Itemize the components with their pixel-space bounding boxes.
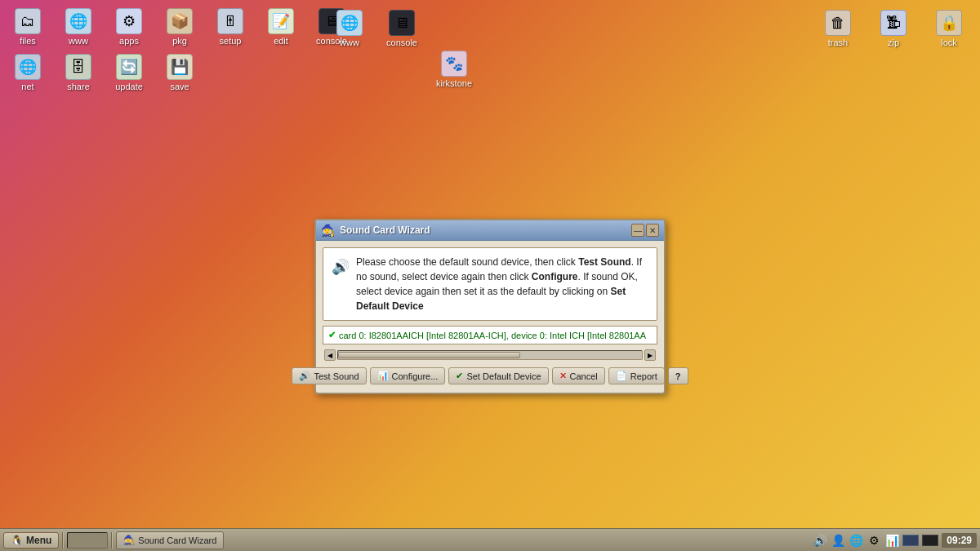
desktop-icon-www[interactable]: 🌐 www xyxy=(54,5,103,50)
scrollbar-left-arrow[interactable]: ◀ xyxy=(324,349,336,361)
desktop-icon-edit[interactable]: 📝 edit xyxy=(256,5,305,50)
tray-user-icon[interactable]: 👤 xyxy=(831,533,845,548)
desktop-icon-share[interactable]: 🗄 share xyxy=(54,51,103,96)
taskbar: 🐧 Menu 🧙 Sound Card Wizard 🔊 👤 🌐 ⚙ 📊 09:… xyxy=(0,528,980,551)
set-default-button[interactable]: ✔ Set Default Device xyxy=(448,367,548,384)
cancel-icon: ✕ xyxy=(559,371,567,381)
desktop-icon-zip[interactable]: 🗜 zip xyxy=(869,7,918,51)
taskbar-divider-2 xyxy=(111,532,113,549)
tray-chart-icon[interactable]: 📊 xyxy=(884,533,899,548)
dialog-message: 🔊 Please choose the default sound device… xyxy=(323,247,657,321)
taskbar-window-item[interactable]: 🧙 Sound Card Wizard xyxy=(116,531,224,549)
desktop-icon-files[interactable]: 🗂 files xyxy=(3,5,52,50)
desktop-icon-save[interactable]: 💾 save xyxy=(155,51,204,96)
tray-network-icon[interactable]: 🌐 xyxy=(849,533,863,548)
dialog-close-button[interactable]: ✕ xyxy=(646,224,659,237)
desktop-icon-console2[interactable]: 🖥 console xyxy=(377,7,426,92)
dialog-message-icon: 🔊 xyxy=(332,256,350,278)
dialog-content: 🔊 Please choose the default sound device… xyxy=(316,241,664,393)
dialog-device-row[interactable]: ✔ card 0: I82801AAICH [Intel 82801AA-ICH… xyxy=(323,326,657,344)
menu-icon: 🐧 xyxy=(11,535,23,546)
help-button[interactable]: ? xyxy=(668,367,688,384)
center-icons: 🌐 www 🖥 console 🐾 kirkstone xyxy=(318,0,485,99)
test-sound-icon: 🔊 xyxy=(299,371,310,381)
report-icon: 📄 xyxy=(616,371,627,381)
dialog-minimize-button[interactable]: — xyxy=(631,224,644,237)
desktop-icon-setup[interactable]: 🎚 setup xyxy=(206,5,255,50)
desktop-icon-trash[interactable]: 🗑 trash xyxy=(813,7,862,51)
report-button[interactable]: 📄 Report xyxy=(608,367,665,384)
dialog-title-icon: 🧙 xyxy=(321,224,335,237)
dialog-titlebar: 🧙 Sound Card Wizard — ✕ xyxy=(316,220,664,241)
taskbar-quicklaunch xyxy=(67,532,108,549)
scrollbar-thumb xyxy=(338,352,520,358)
taskbar-clock: 09:29 xyxy=(942,533,977,548)
tray-display-icon[interactable] xyxy=(902,535,919,546)
taskbar-menu-button[interactable]: 🐧 Menu xyxy=(3,532,59,549)
sound-card-wizard-dialog: 🧙 Sound Card Wizard — ✕ 🔊 Please choose … xyxy=(314,219,666,394)
desktop-icon-update[interactable]: 🔄 update xyxy=(105,51,154,96)
desktop-icon-net[interactable]: 🌐 net xyxy=(3,51,52,96)
tray-settings-icon[interactable]: ⚙ xyxy=(866,533,881,548)
desktop-icon-pkg[interactable]: 📦 pkg xyxy=(155,5,204,50)
test-sound-button[interactable]: 🔊 Test Sound xyxy=(292,367,366,384)
device-check-icon: ✔ xyxy=(328,330,336,340)
cancel-button[interactable]: ✕ Cancel xyxy=(552,367,605,384)
tray-black-icon xyxy=(922,535,938,546)
device-text: card 0: I82801AAICH [Intel 82801AA-ICH],… xyxy=(339,331,646,340)
configure-icon: 📊 xyxy=(377,371,389,381)
dialog-buttons: 🔊 Test Sound 📊 Configure... ✔ Set Defaul… xyxy=(323,366,657,386)
taskbar-tray: 🔊 👤 🌐 ⚙ 📊 xyxy=(813,533,938,548)
taskbar-divider-1 xyxy=(62,532,64,549)
configure-button[interactable]: 📊 Configure... xyxy=(370,367,446,384)
dialog-scrollbar: ◀ ▶ xyxy=(323,349,657,361)
desktop-icon-apps[interactable]: ⚙ apps xyxy=(105,5,154,50)
dialog-controls: — ✕ xyxy=(631,224,659,237)
desktop-icon-lock[interactable]: 🔒 lock xyxy=(924,7,973,51)
desktop-icon-kirkstone[interactable]: 🐾 kirkstone xyxy=(430,47,479,92)
dialog-message-text: Please choose the default sound device, … xyxy=(356,255,648,313)
scrollbar-right-arrow[interactable]: ▶ xyxy=(644,349,656,361)
dialog-title-text: Sound Card Wizard xyxy=(340,224,430,236)
tray-sound-icon[interactable]: 🔊 xyxy=(813,533,827,548)
set-default-icon: ✔ xyxy=(456,371,463,381)
desktop: 🗂 files 🌐 www ⚙ apps 📦 pkg 🎚 se xyxy=(0,0,980,551)
right-icons: 🗑 trash 🗜 zip 🔒 lock xyxy=(807,0,980,58)
dialog-title-left: 🧙 Sound Card Wizard xyxy=(321,224,430,237)
scrollbar-track[interactable] xyxy=(337,350,643,360)
desktop-icon-www2[interactable]: 🌐 www xyxy=(325,7,374,92)
taskbar-item-icon: 🧙 xyxy=(123,535,135,545)
